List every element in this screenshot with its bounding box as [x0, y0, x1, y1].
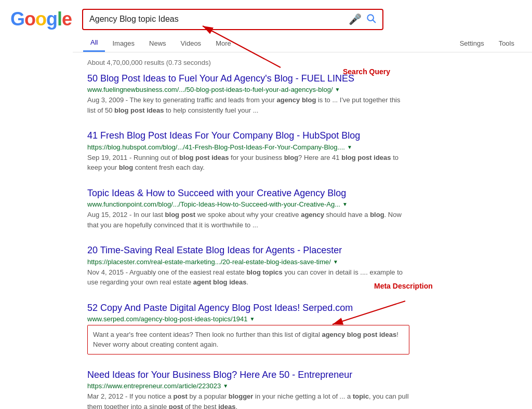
- nav-all[interactable]: All: [83, 34, 105, 52]
- result-url: https://placester.com/real-estate-market…: [87, 258, 409, 266]
- result-item: Topic Ideas & How to Succeed with your C…: [87, 187, 409, 230]
- result-title[interactable]: Need Ideas for Your Business Blog? Here …: [87, 369, 409, 381]
- nav-settings[interactable]: Settings: [453, 35, 491, 51]
- result-snippet-boxed: Want a year's free content ideas? Then l…: [93, 331, 398, 349]
- nav-videos[interactable]: Videos: [174, 35, 209, 51]
- result-url: https://blog.hubspot.com/blog/.../41-Fre…: [87, 143, 409, 151]
- result-title[interactable]: 20 Time-Saving Real Estate Blog Ideas fo…: [87, 244, 409, 256]
- search-button[interactable]: [366, 13, 376, 26]
- result-item: 50 Blog Post Ideas to Fuel Your Ad Agenc…: [87, 73, 409, 115]
- result-item: 41 Fresh Blog Post Ideas For Your Compan…: [87, 130, 409, 172]
- result-item: 20 Time-Saving Real Estate Blog Ideas fo…: [87, 244, 409, 287]
- result-url: www.serped.com/agency-blog-post-ideas-to…: [87, 315, 409, 323]
- google-logo[interactable]: Google: [10, 8, 72, 30]
- nav-tools[interactable]: Tools: [491, 35, 522, 51]
- result-snippet: Aug 15, 2012 - In our last blog post we …: [87, 210, 409, 230]
- header: Google Agency Blog topic Ideas 🎤: [0, 0, 532, 30]
- nav-more[interactable]: More: [208, 35, 238, 51]
- results-info: About 4,70,00,000 results (0.73 seconds): [0, 52, 532, 73]
- nav-bar: All Images News Videos More Settings Too…: [73, 30, 532, 52]
- meta-description-annotation: Meta Description: [374, 282, 433, 290]
- result-item: 52 Copy And Paste Digital Agency Blog Po…: [87, 302, 409, 355]
- search-input[interactable]: Agency Blog topic Ideas: [89, 15, 344, 24]
- result-url: www.functionpoint.com/blog/.../Topic-Ide…: [87, 200, 409, 208]
- meta-description-box: Want a year's free content ideas? Then l…: [87, 325, 409, 355]
- result-item: Need Ideas for Your Business Blog? Here …: [87, 369, 409, 409]
- nav-images[interactable]: Images: [105, 35, 142, 51]
- result-snippet: Mar 2, 2012 - If you notice a post by a …: [87, 391, 409, 409]
- result-snippet: Sep 19, 2011 - Running out of blog post …: [87, 153, 409, 173]
- nav-news[interactable]: News: [142, 35, 174, 51]
- result-title[interactable]: 52 Copy And Paste Digital Agency Blog Po…: [87, 302, 409, 314]
- result-url: www.fuelingnewbusiness.com/.../50-blog-p…: [87, 86, 409, 93]
- result-title[interactable]: 41 Fresh Blog Post Ideas For Your Compan…: [87, 130, 409, 142]
- result-title[interactable]: Topic Ideas & How to Succeed with your C…: [87, 187, 409, 199]
- search-bar[interactable]: Agency Blog topic Ideas 🎤: [82, 9, 383, 30]
- svg-line-1: [373, 20, 376, 22]
- result-url: https://www.entrepreneur.com/article/223…: [87, 382, 409, 390]
- mic-icon[interactable]: 🎤: [349, 13, 362, 25]
- result-snippet: Nov 4, 2015 - Arguably one of the easies…: [87, 267, 409, 288]
- result-snippet: Aug 3, 2009 - The key to generating traf…: [87, 95, 409, 115]
- search-query-annotation: Search Query: [343, 67, 390, 76]
- results-container: 50 Blog Post Ideas to Fuel Your Ad Agenc…: [0, 73, 532, 409]
